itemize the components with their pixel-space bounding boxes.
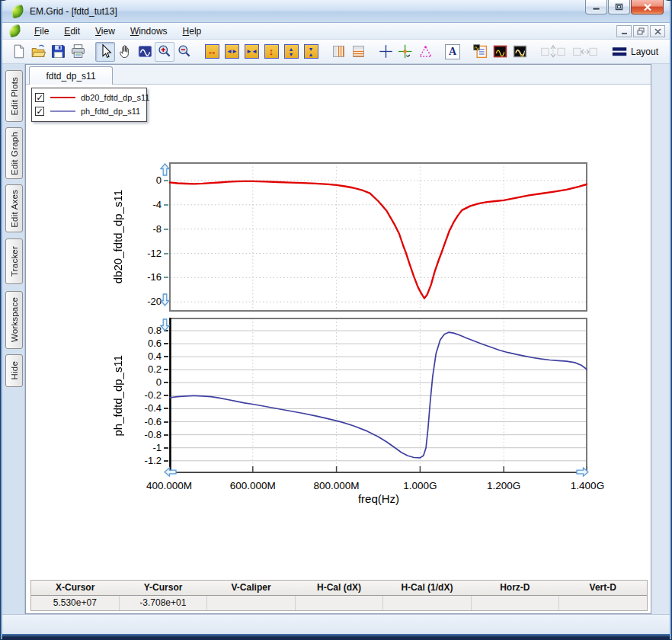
document-tab-row: fdtd_dp_s11 [26,65,651,85]
mdi-minimize-icon [621,28,628,35]
status-value: 5.530e+07 [31,596,119,610]
pan-hand-button[interactable] [115,42,135,62]
sidebar-tab-label: Edit Plots [10,77,19,116]
status-col-header: X-Cursor [31,581,119,595]
plot-legend: ✓ db20_fdtd_dp_s11 ✓ ph_fdtd_dp_s11 [31,88,147,122]
close-button[interactable] [631,0,664,14]
print-button[interactable] [68,42,88,62]
x-axis-title: freq(Hz) [302,492,455,505]
status-col-header: V-Caliper [207,581,295,595]
select-arrow-button[interactable] [95,42,115,62]
h-link-button[interactable] [569,42,601,62]
v-zoom-in-button[interactable]: ▼▲ [301,42,321,62]
y-axis2-pan-arrow[interactable] [160,318,170,331]
sidebar-tab-label: Tracker [10,246,19,277]
close-icon [643,3,652,11]
mdi-restore-icon [637,27,645,35]
legend-label: ph_fdtd_dp_s11 [81,107,140,116]
mdi-close-button[interactable] [650,25,665,37]
sidebar-tab-edit-axes[interactable]: Edit Axes [5,184,23,232]
x-axis-pan-arrow-left[interactable] [164,467,177,477]
y-axis-pan-arrow-up[interactable] [160,163,170,176]
h-zoom-in-button[interactable]: ►◄ [242,42,261,62]
legend-checkbox-ph[interactable]: ✓ [35,107,44,116]
menu-help[interactable]: Help [175,24,210,39]
status-col-header: H-Cal (dX) [295,581,382,595]
sidebar: Edit PlotsEdit GraphEdit AxesTrackerWork… [2,64,25,614]
sidebar-tab-edit-plots[interactable]: Edit Plots [5,70,23,122]
zoom-in-button[interactable] [155,42,174,62]
sidebar-tab-edit-graph[interactable]: Edit Graph [5,127,23,179]
sidebar-tab-label: Edit Graph [10,132,19,175]
legend-label: db20_fdtd_dp_s11 [81,93,149,102]
window-bottom-border [2,634,670,640]
status-col-header: Horz-D [471,581,558,595]
legend-line-sample-blue [50,110,75,112]
sidebar-tab-label: Edit Axes [10,190,19,228]
legend-checkbox-db20[interactable]: ✓ [35,93,44,102]
single-plot-button[interactable] [490,42,510,62]
sidebar-tab-workspace[interactable]: Workspace [5,291,23,349]
series-ph_fdtd_dp_s11 [169,332,587,458]
app-icon [11,5,25,19]
zoom-region-button[interactable] [135,42,155,62]
vertical-markers-button[interactable] [328,42,348,62]
sidebar-tab-label: Workspace [10,297,19,342]
status-value [558,596,647,610]
menu-edit[interactable]: Edit [56,24,88,39]
sidebar-tab-tracker[interactable]: Tracker [5,238,23,284]
plot-canvas-top[interactable] [169,162,587,312]
legend-row: ✓ db20_fdtd_dp_s11 [35,91,142,104]
restore-icon [615,3,623,11]
status-value [471,596,559,610]
menu-windows[interactable]: Windows [123,24,175,39]
title-bar: EM.Grid - [fdtd_tut13] [2,0,670,23]
menu-bar: FileEditViewWindowsHelp [2,23,670,40]
mdi-restore-button[interactable] [633,25,648,37]
status-bar [2,614,670,634]
minimize-icon [592,3,600,11]
application-window: EM.Grid - [fdtd_tut13] FileEditViewWindo… [0,0,672,640]
plot-properties-button[interactable] [470,42,490,62]
crosshair-button[interactable] [376,42,395,62]
sidebar-tab-label: Hide [10,361,19,379]
open-folder-button[interactable] [28,42,48,62]
status-col-header: H-Cal (1/dX) [383,581,471,595]
v-link-button[interactable] [537,42,569,62]
document-tab-label: fdtd_dp_s11 [46,71,95,82]
maximize-button[interactable] [608,0,630,14]
v-zoom-out-button[interactable]: ▲▼ [281,42,301,62]
legend-row: ✓ ph_fdtd_dp_s11 [35,104,142,118]
horizontal-markers-button[interactable] [348,42,368,62]
new-document-button[interactable] [8,42,28,62]
tracker-button[interactable] [395,42,415,62]
save-button[interactable] [48,42,68,62]
h-expand-button[interactable]: ↔ [202,42,222,62]
cursor-status-table: X-CursorY-CursorV-CaliperH-Cal (dX)H-Cal… [30,580,648,611]
document-tab[interactable]: fdtd_dp_s11 [29,66,113,85]
y-axis-pan-arrow-down[interactable] [160,293,170,306]
caliper-button[interactable] [415,42,435,62]
toolbar: ↔◄►►◄↕▲▼▼▲ALayout [2,40,670,64]
y-axis-title-top: db20_fdtd_dp_s11 [109,162,126,312]
text-annotation-button[interactable]: A [443,42,462,62]
menu-file[interactable]: File [27,24,56,39]
x-axis-pan-arrow-right[interactable] [576,467,589,477]
menu-view[interactable]: View [88,24,123,39]
multi-plot-button[interactable] [510,42,530,62]
status-col-header: Vert-D [559,581,647,595]
v-expand-button[interactable]: ↕ [261,42,281,62]
h-zoom-out-button[interactable]: ◄► [222,42,242,62]
minimize-button[interactable] [585,0,607,14]
layout-label: Layout [631,46,658,57]
layout-button[interactable]: Layout [609,42,661,62]
status-col-header: Y-Cursor [119,581,206,595]
document-icon [8,24,22,38]
legend-line-sample-red [50,97,75,98]
y-axis-title-bottom: ph_fdtd_dp_s11 [109,318,126,473]
plot-canvas-bottom[interactable] [169,318,587,473]
status-value [295,596,383,610]
zoom-out-button[interactable] [174,42,194,62]
mdi-minimize-button[interactable] [616,25,632,37]
sidebar-tab-hide[interactable]: Hide [5,354,23,387]
